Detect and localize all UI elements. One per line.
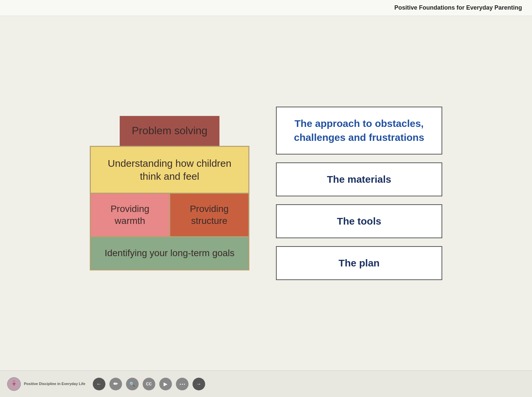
pyramid-row2: Providing warmth Providing structure [91,194,248,238]
pyramid-row2-right: Providing structure [170,194,249,237]
info-box-2-text: The materials [327,174,391,185]
pyramid-row2-left: Providing warmth [91,194,170,237]
logo-text: Positive Discipline in Everyday Life [24,381,85,386]
info-box-1-text: The approach to obstacles, challenges an… [294,118,424,143]
pyramid-row1: Understanding how children think and fee… [91,147,248,194]
more-button[interactable]: ⋯ [176,378,189,390]
pyramid-top-label: Problem solving [132,125,207,137]
pyramid-row2-right-label: Providing structure [190,204,229,226]
pyramid-row3: Identifying your long-term goals [91,237,248,269]
pyramid-container: Problem solving Understanding how childr… [90,116,249,270]
pyramid-row2-left-label: Providing warmth [110,204,149,226]
video-button[interactable]: ▶ [159,378,172,390]
info-box-4[interactable]: The plan [276,246,442,280]
main-content: Problem solving Understanding how childr… [0,16,532,370]
top-bar: Positive Foundations for Everyday Parent… [0,0,532,16]
info-box-2[interactable]: The materials [276,162,442,196]
logo-area: ♥ ☺ Positive Discipline in Everyday Life [7,377,85,391]
bottom-toolbar: ♥ ☺ Positive Discipline in Everyday Life… [0,370,532,397]
info-box-3-text: The tools [337,216,381,227]
pyramid-top-block: Problem solving [120,116,219,146]
info-boxes-container: The approach to obstacles, challenges an… [276,107,442,280]
page-title: Positive Foundations for Everyday Parent… [394,4,522,11]
search-button[interactable]: 🔍 [126,378,139,390]
info-box-3[interactable]: The tools [276,204,442,238]
cc-button[interactable]: CC [143,378,155,390]
pyramid-body: Understanding how children think and fee… [90,146,249,270]
info-box-1[interactable]: The approach to obstacles, challenges an… [276,107,442,154]
pyramid-row1-label: Understanding how children think and fee… [108,158,231,182]
pyramid-row3-label: Identifying your long-term goals [105,248,235,258]
svg-text:☺: ☺ [12,379,16,383]
back-button[interactable]: ← [93,378,105,390]
info-box-4-text: The plan [338,257,379,268]
forward-button[interactable]: → [193,378,205,390]
logo-icon: ♥ ☺ [7,377,21,391]
pen-button[interactable]: ✏ [109,378,122,390]
